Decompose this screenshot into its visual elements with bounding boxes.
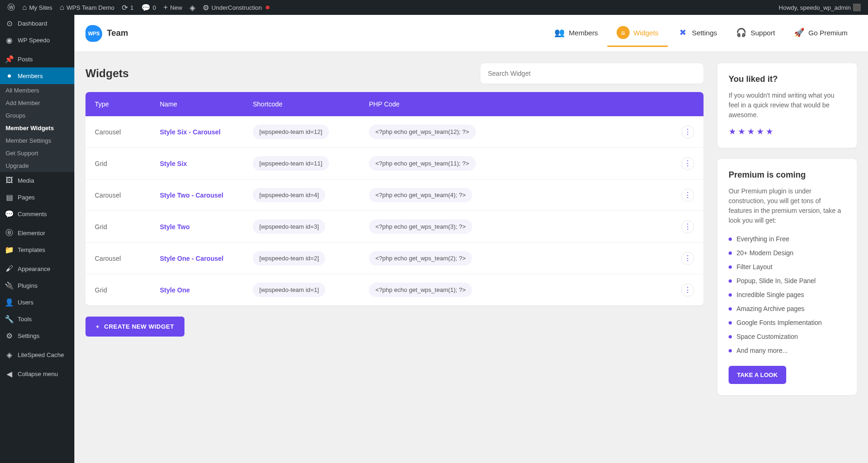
row-actions-button[interactable]: ⋮ [681, 189, 694, 202]
construction-icon: ⚙ [203, 3, 209, 12]
row-actions-button[interactable]: ⋮ [681, 252, 694, 265]
plugin-name: Team [107, 28, 128, 38]
rocket-icon: 🚀 [794, 27, 805, 38]
sub-add-member[interactable]: Add Member [0, 97, 74, 109]
row-name-link[interactable]: Style One [160, 286, 190, 294]
dots-icon: ⋮ [684, 191, 691, 199]
sub-get-support[interactable]: Get Support [0, 147, 74, 159]
php-pill[interactable]: <?php echo get_wps_team(3); ?> [369, 219, 472, 234]
page-icon: ▤ [5, 192, 14, 202]
row-name-link[interactable]: Style One - Carousel [160, 255, 224, 262]
avatar-icon [853, 4, 861, 11]
take-look-button[interactable]: TAKE A LOOK [729, 366, 786, 384]
sidebar-members[interactable]: ●Members [0, 67, 74, 84]
site-home[interactable]: ⌂WPS Team Demo [56, 0, 118, 15]
shortcode-pill[interactable]: [wpspeedo-team id=4] [253, 188, 325, 202]
shortcode-pill[interactable]: [wpspeedo-team id=11] [253, 156, 329, 171]
sites-icon: ⌂ [22, 3, 27, 12]
sidebar-media[interactable]: 🖾Media [0, 172, 74, 189]
sub-member-widgets[interactable]: Member Widgets [0, 122, 74, 134]
sidebar-appearance[interactable]: 🖌Appearance [0, 260, 74, 277]
row-name-link[interactable]: Style Six [160, 160, 187, 167]
table-header: Type Name Shortcode PHP Code [85, 92, 704, 116]
user-icon: 👤 [5, 298, 14, 307]
nav-members[interactable]: 👥 Members [545, 20, 607, 47]
sidebar-comments[interactable]: 💬Comments [0, 205, 74, 222]
feature-item: And many more... [729, 344, 846, 357]
sub-all-members[interactable]: All Members [0, 84, 74, 97]
star-icon: ★ [756, 126, 764, 137]
premium-text: Our Premium plugin is under construction… [729, 186, 846, 225]
liked-title: You liked it? [729, 74, 846, 84]
liked-text: If you wouldn't mind writing what you fe… [729, 91, 846, 120]
sub-groups[interactable]: Groups [0, 109, 74, 122]
howdy-user[interactable]: Howdy, speedo_wp_admin [775, 0, 864, 15]
media-icon: 🖾 [5, 176, 14, 185]
status-dot [266, 6, 270, 9]
sidebar-wpspeedo[interactable]: ◉WP Speedo [0, 32, 74, 48]
wp-logo[interactable]: ⓦ [4, 0, 19, 15]
feature-list: Everything in Free20+ Modern DesignFilte… [729, 232, 846, 357]
speedo-icon: ◉ [5, 35, 14, 45]
shortcode-pill[interactable]: [wpspeedo-team id=12] [253, 125, 329, 139]
php-pill[interactable]: <?php echo get_wps_team(4); ?> [369, 188, 472, 202]
row-name-link[interactable]: Style Two - Carousel [160, 192, 224, 199]
row-actions-button[interactable]: ⋮ [681, 157, 694, 170]
php-pill[interactable]: <?php echo get_wps_team(11); ?> [369, 156, 476, 171]
sidebar-tools[interactable]: 🔧Tools [0, 311, 74, 327]
sidebar-plugins[interactable]: 🔌Plugins [0, 277, 74, 294]
sidebar-users[interactable]: 👤Users [0, 294, 74, 311]
collapse-icon: ◀ [5, 369, 14, 378]
sidebar-dashboard[interactable]: ⊙Dashboard [0, 15, 74, 32]
underconstruction-bar[interactable]: ⚙UnderConstruction [199, 0, 273, 15]
create-widget-button[interactable]: + CREATE NEW WIDGET [85, 317, 184, 337]
row-name-link[interactable]: Style Two [160, 223, 190, 231]
feature-item: Popup, Slide In, Side Panel [729, 274, 846, 288]
layers-icon: ≡ [617, 26, 630, 39]
feature-item: Space Customization [729, 330, 846, 344]
nav-premium[interactable]: 🚀 Go Premium [784, 20, 857, 47]
comments-bar[interactable]: 💬0 [138, 0, 160, 15]
php-pill[interactable]: <?php echo get_wps_team(2); ?> [369, 251, 472, 265]
php-pill[interactable]: <?php echo get_wps_team(12); ?> [369, 125, 476, 139]
row-actions-button[interactable]: ⋮ [681, 220, 694, 233]
php-pill[interactable]: <?php echo get_wps_team(1); ?> [369, 283, 472, 297]
sidebar-elementor[interactable]: ⓔElementor [0, 225, 74, 241]
row-actions-button[interactable]: ⋮ [681, 126, 694, 139]
wrench-icon: 🔧 [5, 314, 14, 324]
templates-icon: 📁 [5, 245, 14, 254]
dashboard-icon: ⊙ [5, 19, 14, 28]
sub-member-settings[interactable]: Member Settings [0, 134, 74, 147]
nav-settings[interactable]: ✖ Settings [668, 20, 726, 47]
star-rating[interactable]: ★ ★ ★ ★ ★ [729, 126, 846, 137]
headset-icon: 🎧 [736, 27, 747, 38]
feature-item: 20+ Modern Design [729, 246, 846, 260]
shortcode-pill[interactable]: [wpspeedo-team id=1] [253, 283, 325, 297]
shortcode-pill[interactable]: [wpspeedo-team id=3] [253, 219, 325, 234]
table-row: Grid Style Six [wpspeedo-team id=11] <?p… [85, 148, 704, 179]
sliders-icon: ⚙ [5, 331, 14, 340]
cache-bar[interactable]: ◈ [186, 0, 199, 15]
sidebar-pages[interactable]: ▤Pages [0, 189, 74, 205]
nav-support[interactable]: 🎧 Support [726, 20, 784, 47]
sidebar-litespeed[interactable]: ◈LiteSpeed Cache [0, 346, 74, 363]
updates[interactable]: ⟳1 [118, 0, 137, 15]
plus-icon: + [96, 323, 99, 330]
row-name-link[interactable]: Style Six - Carousel [160, 128, 221, 136]
shortcode-pill[interactable]: [wpspeedo-team id=2] [253, 251, 325, 265]
sidebar-collapse[interactable]: ◀Collapse menu [0, 365, 74, 382]
widgets-table: Type Name Shortcode PHP Code Carousel St… [85, 92, 704, 305]
plugin-header: WPS Team 👥 Members ≡ Widgets ✖ Settings … [74, 15, 868, 52]
sidebar-posts[interactable]: 📌Posts [0, 51, 74, 67]
sidebar-templates[interactable]: 📁Templates [0, 241, 74, 258]
sub-upgrade[interactable]: Upgrade [0, 159, 74, 172]
my-sites[interactable]: ⌂My Sites [19, 0, 56, 15]
new-content[interactable]: +New [160, 0, 186, 15]
row-type: Grid [95, 160, 160, 167]
row-actions-button[interactable]: ⋮ [681, 284, 694, 297]
search-input[interactable] [480, 63, 704, 84]
sidebar-settings[interactable]: ⚙Settings [0, 327, 74, 344]
nav-widgets[interactable]: ≡ Widgets [607, 20, 668, 47]
dots-icon: ⋮ [684, 285, 691, 294]
dots-icon: ⋮ [684, 159, 691, 168]
